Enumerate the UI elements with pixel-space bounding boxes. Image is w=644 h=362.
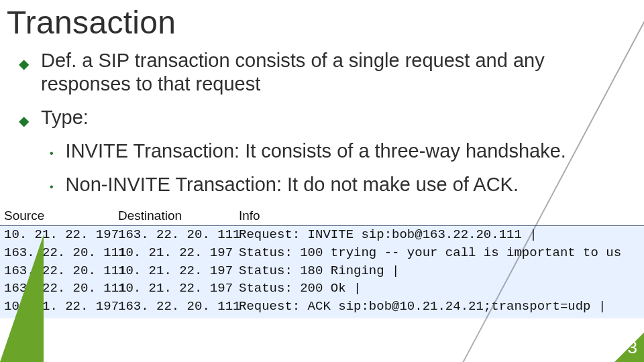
cell-info: Status: 200 Ok | — [239, 280, 644, 297]
col-header-source: Source — [0, 208, 118, 225]
cell-info: Request: ACK sip:bob@10.21.24.21;transpo… — [239, 298, 644, 315]
slide-body: ◆ Def. a SIP transaction consists of a s… — [0, 49, 644, 197]
page-number: 3 — [628, 337, 637, 358]
sub-bullet-noninvite: • Non-INVITE Transaction: It do not make… — [50, 172, 625, 196]
packet-table-header: Source Destination Info — [0, 206, 644, 227]
slide-title: Transaction — [0, 0, 644, 41]
bullet-type: ◆ Type: — [19, 106, 625, 129]
sub-bullet-invite: • INVITE Transaction: It consists of a t… — [50, 139, 625, 163]
cell-destination: 10. 21. 22. 197 — [118, 263, 239, 280]
col-header-destination: Destination — [118, 208, 239, 225]
sub-bullet-invite-text: INVITE Transaction: It consists of a thr… — [66, 139, 625, 163]
slide: Transaction ◆ Def. a SIP transaction con… — [0, 0, 644, 362]
cell-info: Status: 100 trying -- your call is impor… — [239, 245, 644, 261]
table-row: 10. 21. 22. 197 163. 22. 20. 111 Request… — [0, 226, 644, 244]
table-row: 10. 21. 22. 197 163. 22. 20. 111 Request… — [0, 298, 644, 316]
table-row: 163. 22. 20. 111 10. 21. 22. 197 Status:… — [0, 262, 644, 280]
bullet-definition-text: Def. a SIP transaction consists of a sin… — [41, 49, 625, 97]
accent-triangle — [0, 235, 44, 362]
cell-destination: 10. 21. 22. 197 — [118, 280, 239, 297]
cell-destination: 163. 22. 20. 111 — [118, 298, 239, 315]
cell-info: Request: INVITE sip:bob@163.22.20.111 | — [239, 227, 644, 243]
bullet-definition: ◆ Def. a SIP transaction consists of a s… — [19, 49, 625, 97]
cell-destination: 163. 22. 20. 111 — [118, 227, 239, 243]
table-row: 163. 22. 20. 111 10. 21. 22. 197 Status:… — [0, 280, 644, 298]
table-row: 163. 22. 20. 111 10. 21. 22. 197 Status:… — [0, 244, 644, 262]
bullet-type-text: Type: — [41, 106, 625, 129]
cell-destination: 10. 21. 22. 197 — [118, 245, 239, 261]
diamond-bullet-icon: ◆ — [19, 56, 29, 72]
sub-bullet-noninvite-text: Non-INVITE Transaction: It do not make u… — [66, 172, 625, 196]
dot-bullet-icon: • — [50, 147, 54, 160]
dot-bullet-icon: • — [50, 180, 54, 194]
diamond-bullet-icon: ◆ — [19, 113, 29, 129]
cell-info: Status: 180 Ringing | — [239, 263, 644, 280]
packet-capture-table: Source Destination Info 10. 21. 22. 197 … — [0, 206, 644, 318]
col-header-info: Info — [239, 208, 644, 225]
